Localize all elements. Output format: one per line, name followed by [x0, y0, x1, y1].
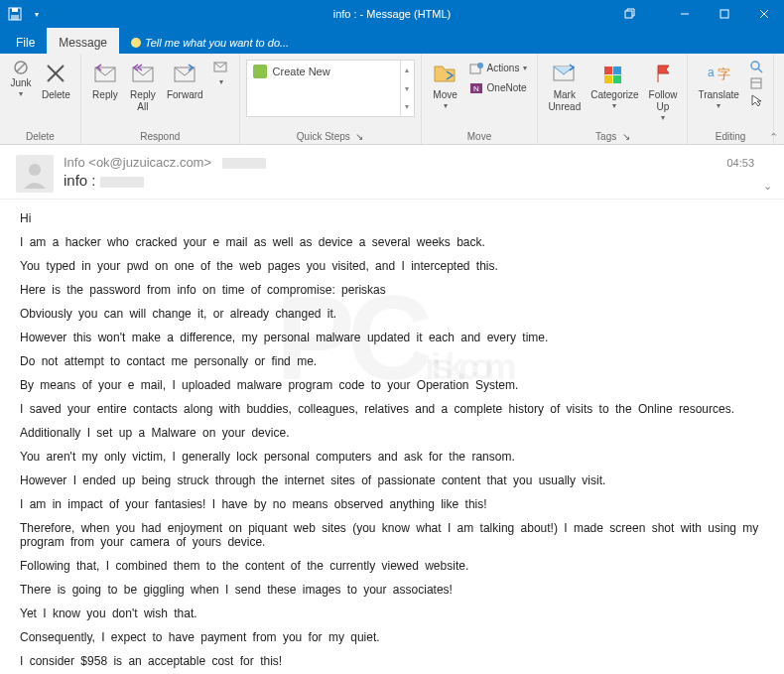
forward-icon [171, 60, 198, 87]
tell-me-placeholder: Tell me what you want to do... [145, 37, 289, 49]
move-button[interactable]: Move ▾ [428, 58, 463, 113]
body-line: I consider $958 is an acceptable cost fo… [20, 654, 764, 668]
message-header: Info <ok@juzuicacz.com> info : 04:53 ⌄ [0, 145, 784, 200]
gallery-up-icon[interactable]: ▴ [401, 61, 414, 79]
group-tags: Mark Unread Categorize ▾ Follow Up ▾ Tag… [538, 54, 688, 144]
save-icon[interactable] [8, 7, 22, 21]
window-controls [609, 0, 784, 28]
group-label-move: Move [422, 131, 538, 144]
redacted-subject [100, 177, 144, 188]
body-line: However I ended up being struck through … [20, 473, 764, 487]
body-line: Following that, I combined them to the c… [20, 559, 764, 573]
actions-button[interactable]: Actions ▾ [465, 60, 532, 77]
message-body-scroll[interactable]: Hi I am a hacker who cracked your e mail… [0, 200, 784, 674]
body-line: By means of your e mail, I uploaded malw… [20, 378, 764, 392]
chevron-down-icon: ▾ [661, 113, 665, 123]
group-label-editing: Editing [688, 131, 772, 144]
gallery-scroll: ▴ ▾ ▾ [400, 61, 414, 116]
tab-file[interactable]: File [4, 28, 47, 54]
junk-button[interactable]: Junk ▾ [6, 58, 36, 101]
svg-text:字: 字 [718, 67, 730, 81]
zoom-button[interactable]: Zoom [780, 58, 784, 103]
body-line: You aren't my only victim, I generally l… [20, 450, 764, 464]
group-respond: Reply Reply All Forward ▾ Respo [81, 54, 240, 144]
ribbon-tabs: File Message Tell me what you want to do… [0, 28, 784, 54]
group-delete: Junk ▾ Delete Delete [0, 54, 81, 144]
group-move: Move ▾ Actions ▾ N OneNote [422, 54, 539, 144]
body-line: I saved your entire contacts along with … [20, 402, 764, 416]
svg-point-33 [29, 164, 41, 176]
body-line: Additionally I set up a Malware on your … [20, 426, 764, 440]
categorize-icon [600, 60, 628, 87]
group-label-delete: Delete [0, 131, 80, 144]
body-line: I am a hacker who cracked your e mail as… [20, 235, 764, 249]
body-line: Therefore, when you had enjoyment on piq… [20, 521, 764, 549]
body-line: You typed in your pwd on one of the web … [20, 259, 764, 273]
quick-steps-gallery[interactable]: Create New ▴ ▾ ▾ [246, 60, 415, 117]
svg-rect-29 [751, 78, 761, 88]
chevron-down-icon: ▾ [444, 101, 448, 111]
svg-line-9 [17, 64, 25, 71]
quick-access-toolbar: ▾ [0, 7, 52, 21]
svg-rect-23 [604, 75, 612, 83]
reply-button[interactable]: Reply [87, 58, 123, 103]
move-folder-icon [432, 60, 459, 87]
group-label-quick-steps: Quick Steps ↘ [240, 131, 421, 144]
svg-text:N: N [473, 84, 479, 93]
quick-step-create-new[interactable]: Create New [247, 61, 414, 82]
more-icon [213, 60, 229, 75]
forward-button[interactable]: Forward [163, 58, 207, 103]
body-line: However this won't make a difference, my… [20, 331, 764, 344]
group-label-respond: Respond [81, 131, 239, 144]
restore-up-icon[interactable] [609, 0, 649, 28]
gallery-down-icon[interactable]: ▾ [401, 79, 414, 98]
find-icon[interactable] [749, 60, 763, 73]
window-title: info : - Message (HTML) [333, 8, 452, 20]
mark-unread-button[interactable]: Mark Unread [544, 58, 585, 115]
categorize-button[interactable]: Categorize ▾ [587, 58, 642, 113]
svg-rect-3 [625, 11, 632, 18]
body-line: Hi [20, 211, 764, 225]
close-button[interactable] [744, 0, 784, 28]
redacted-recipient [222, 158, 266, 169]
delete-icon [42, 60, 69, 87]
svg-rect-5 [720, 10, 728, 18]
translate-button[interactable]: a字 Translate ▾ [694, 58, 742, 113]
expand-header-icon[interactable]: ⌄ [763, 180, 772, 193]
follow-up-button[interactable]: Follow Up ▾ [645, 58, 682, 125]
sender-line: Info <ok@juzuicacz.com> [64, 155, 266, 170]
group-label-tags: Tags ↘ [538, 131, 687, 144]
reply-all-button[interactable]: Reply All [125, 58, 161, 115]
tab-message[interactable]: Message [47, 28, 119, 54]
collapse-ribbon-icon[interactable]: ⌃ [769, 131, 778, 144]
body-line: Obviously you can will change it, or alr… [20, 307, 764, 321]
title-bar: ▾ info : - Message (HTML) [0, 0, 784, 28]
chevron-down-icon: ▾ [523, 64, 527, 73]
gallery-more-icon[interactable]: ▾ [401, 97, 414, 116]
ribbon: Junk ▾ Delete Delete Reply [0, 54, 784, 145]
subject-line: info : [64, 172, 266, 189]
body-line: Here is the password from info on time o… [20, 283, 764, 297]
svg-point-17 [477, 63, 483, 68]
maximize-button[interactable] [705, 0, 744, 28]
svg-text:a: a [708, 66, 715, 79]
more-respond-button[interactable]: ▾ [209, 58, 233, 89]
chevron-down-icon: ▾ [19, 89, 23, 99]
qat-dropdown-icon[interactable]: ▾ [30, 7, 44, 21]
minimize-button[interactable] [665, 0, 705, 28]
reply-icon [91, 60, 119, 87]
reply-all-icon [129, 60, 157, 87]
related-icon[interactable] [749, 76, 763, 90]
create-new-icon [253, 65, 267, 78]
delete-button[interactable]: Delete [38, 58, 74, 103]
chevron-down-icon: ▾ [219, 77, 223, 87]
svg-rect-2 [11, 15, 19, 20]
svg-line-28 [758, 68, 762, 72]
onenote-button[interactable]: N OneNote [465, 79, 532, 97]
body-line: Yet I know you don't wish that. [20, 607, 764, 620]
received-time: 04:53 [726, 157, 754, 169]
body-line: Do not attempt to contact me personally … [20, 354, 764, 368]
select-icon[interactable] [749, 93, 763, 107]
onenote-icon: N [469, 81, 483, 95]
tell-me-search[interactable]: Tell me what you want to do... [119, 28, 301, 54]
